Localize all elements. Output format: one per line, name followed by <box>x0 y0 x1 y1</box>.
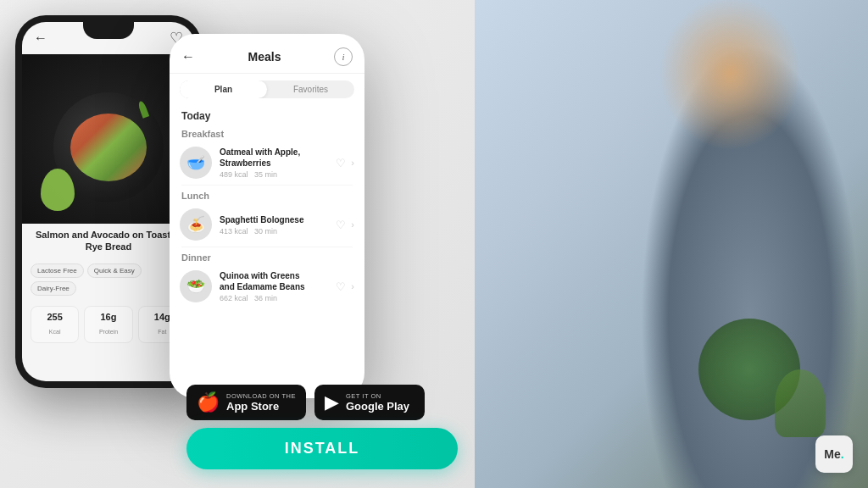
lunch-meta: 413 kcal 30 min <box>220 227 328 236</box>
lunch-label: Lunch <box>170 186 364 202</box>
dinner-icon: 🥗 <box>180 270 212 302</box>
store-buttons: 🍎 Download on the App Store ▶ GET IT ON … <box>186 385 425 420</box>
dinner-heart-icon[interactable]: ♡ <box>336 280 346 293</box>
tag-lactose: Lactose Free <box>31 263 84 278</box>
dinner-name: Quinoa with Greensand Edamame Beans <box>220 270 328 292</box>
lunch-chevron-icon[interactable]: › <box>351 219 354 230</box>
veggie-decoration-2 <box>775 369 826 437</box>
lunch-item[interactable]: 🍝 Spaghetti Bolognese 413 kcal 30 min ♡ … <box>170 202 364 247</box>
today-label: Today <box>170 105 364 124</box>
dinner-info: Quinoa with Greensand Edamame Beans 662 … <box>220 270 328 302</box>
breakfast-icon: 🥣 <box>180 147 212 179</box>
tab-plan[interactable]: Plan <box>180 80 267 98</box>
dinner-emoji: 🥗 <box>180 270 212 302</box>
me-badge[interactable]: Me. <box>815 435 853 473</box>
googleplay-icon: ▶ <box>325 391 339 413</box>
install-button[interactable]: INSTALL <box>186 428 458 469</box>
dinner-label: Dinner <box>170 247 364 264</box>
appstore-button[interactable]: 🍎 Download on the App Store <box>186 385 306 420</box>
breakfast-item[interactable]: 🥣 Oatmeal with Apple,Strawberries 489 kc… <box>170 141 364 185</box>
lunch-actions: ♡ › <box>336 219 354 231</box>
dinner-item[interactable]: 🥗 Quinoa with Greensand Edamame Beans 66… <box>170 264 364 308</box>
stat-kcal: 255 Kcal <box>31 306 79 343</box>
tag-dairy: Dairy-Free <box>31 281 76 296</box>
stat-protein: 16g Protein <box>84 306 132 343</box>
dinner-meta: 662 kcal 36 min <box>220 294 328 302</box>
breakfast-info: Oatmeal with Apple,Strawberries 489 kcal… <box>220 147 328 179</box>
left-panel: ← ♡ Salmon and Avocado on Toasted Rye Br… <box>0 0 475 488</box>
avocado-decoration <box>41 169 75 211</box>
dinner-actions: ♡ › <box>336 280 354 293</box>
breakfast-meta: 489 kcal 35 min <box>220 170 328 179</box>
lunch-name: Spaghetti Bolognese <box>220 214 328 225</box>
apple-icon: 🍎 <box>197 391 220 413</box>
lunch-info: Spaghetti Bolognese 413 kcal 30 min <box>220 214 328 236</box>
googleplay-text: GET IT ON Google Play <box>346 392 409 413</box>
me-text: Me. <box>824 447 843 461</box>
appstore-text: Download on the App Store <box>226 392 296 413</box>
tag-quick: Quick & Easy <box>87 263 142 278</box>
lunch-emoji: 🍝 <box>180 208 212 241</box>
right-panel: Me. <box>475 0 868 488</box>
food-content <box>70 114 147 181</box>
tab-favorites[interactable]: Favorites <box>267 80 354 98</box>
breakfast-chevron-icon[interactable]: › <box>351 158 354 168</box>
dinner-chevron-icon[interactable]: › <box>351 281 354 291</box>
breakfast-label: Breakfast <box>170 124 364 141</box>
lunch-heart-icon[interactable]: ♡ <box>336 219 346 231</box>
me-dot: . <box>841 447 844 461</box>
food-plate <box>53 92 164 202</box>
tab-bar: Plan Favorites <box>180 80 354 98</box>
lunch-icon: 🍝 <box>180 208 212 241</box>
herb-decoration <box>137 100 149 119</box>
breakfast-heart-icon[interactable]: ♡ <box>336 157 346 169</box>
googleplay-sub: GET IT ON <box>346 392 409 400</box>
googleplay-button[interactable]: ▶ GET IT ON Google Play <box>314 385 425 420</box>
breakfast-emoji: 🥣 <box>180 147 212 179</box>
meals-back-icon[interactable]: ← <box>181 49 195 64</box>
breakfast-actions: ♡ › <box>336 157 354 169</box>
info-icon[interactable]: i <box>334 47 353 66</box>
googleplay-main: Google Play <box>346 400 409 413</box>
breakfast-name: Oatmeal with Apple,Strawberries <box>220 147 328 169</box>
phone-2: ← Meals i Plan Favorites Today Breakfast… <box>170 34 364 398</box>
phone-2-header: ← Meals i <box>170 34 364 74</box>
appstore-sub: Download on the <box>226 392 296 400</box>
phone-1-notch <box>83 22 134 39</box>
appstore-main: App Store <box>226 400 296 413</box>
back-icon[interactable]: ← <box>34 30 47 46</box>
meals-title: Meals <box>195 50 334 64</box>
